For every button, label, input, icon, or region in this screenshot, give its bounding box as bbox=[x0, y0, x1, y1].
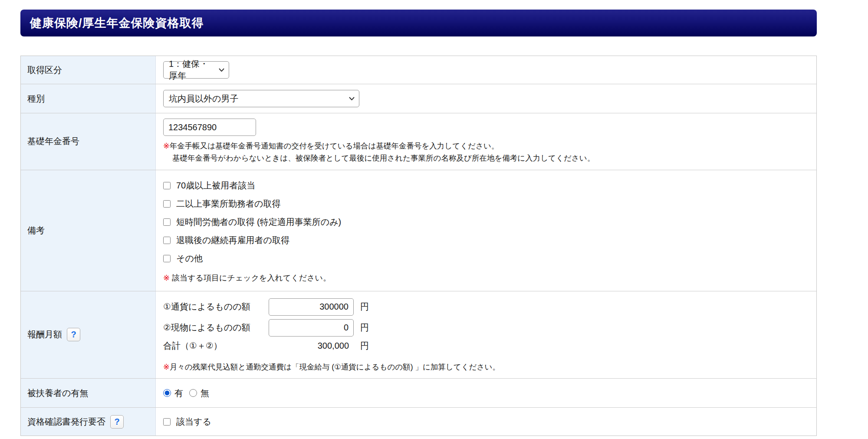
yen-unit: 円 bbox=[360, 301, 369, 313]
form-row-pension-number: 基礎年金番号 ※年金手帳又は基礎年金番号通知書の交付を受けている場合は基礎年金番… bbox=[21, 113, 816, 170]
remarks-checkbox-rehired[interactable]: 退職後の継続再雇用者の取得 bbox=[163, 233, 289, 247]
remarks-label-cell: 備考 bbox=[21, 170, 156, 291]
salary-note: ※月々の残業代見込額と通勤交通費は「現金給与 (①通貨によるものの額) 」に加算… bbox=[163, 361, 500, 373]
checkbox-short-time[interactable] bbox=[163, 218, 171, 226]
salary-currency-line: ①通貨によるものの額 円 bbox=[163, 298, 369, 316]
acquisition-label: 取得区分 bbox=[27, 64, 62, 76]
pension-number-note: ※年金手帳又は基礎年金番号通知書の交付を受けている場合は基礎年金番号を入力してく… bbox=[163, 140, 595, 165]
acquisition-label-cell: 取得区分 bbox=[21, 56, 156, 84]
pension-number-label: 基礎年金番号 bbox=[27, 135, 79, 147]
pension-label-cell: 基礎年金番号 bbox=[21, 113, 156, 170]
checkbox-over70[interactable] bbox=[163, 182, 171, 189]
salary-value-cell: ①通貨によるものの額 円 ②現物によるものの額 円 合計（①＋②） 300,00… bbox=[156, 291, 816, 378]
chevron-down-icon bbox=[349, 97, 355, 100]
radio-no[interactable] bbox=[189, 389, 197, 397]
pension-number-input[interactable] bbox=[163, 119, 256, 136]
yen-unit: 円 bbox=[360, 322, 369, 333]
salary-total-line: 合計（①＋②） 300,000 円 bbox=[163, 340, 369, 352]
page-header: 健康保険/厚生年金保険資格取得 bbox=[20, 10, 817, 36]
form-row-monthly-salary: 報酬月額 ? ①通貨によるものの額 円 ②現物によるものの額 円 合計（①＋②）… bbox=[21, 291, 816, 379]
remarks-checkbox-over70[interactable]: 70歳以上被用者該当 bbox=[163, 178, 255, 192]
salary-help-button[interactable]: ? bbox=[67, 328, 80, 341]
form-row-category: 種別 坑内員以外の男子 bbox=[21, 84, 816, 113]
remarks-checkbox-short-time[interactable]: 短時間労働者の取得 (特定適用事業所のみ) bbox=[163, 215, 341, 229]
certificate-label-cell: 資格確認書発行要否 ? bbox=[21, 408, 156, 436]
certificate-label: 資格確認書発行要否 bbox=[27, 416, 105, 428]
required-mark: ※ bbox=[163, 142, 170, 150]
form-row-dependents: 被扶養者の有無 有 無 bbox=[21, 379, 816, 408]
dependents-radio-group: 有 無 bbox=[163, 387, 209, 399]
certificate-checkbox-item[interactable]: 該当する bbox=[163, 415, 211, 429]
currency-amount-input[interactable] bbox=[269, 298, 354, 316]
chevron-down-icon bbox=[219, 68, 224, 72]
remarks-note: ※ 該当する項目にチェックを入れてください。 bbox=[163, 272, 331, 284]
checkbox-certificate-applicable[interactable] bbox=[163, 418, 171, 426]
total-label: 合計（①＋②） bbox=[163, 340, 269, 352]
checkbox-multi-office[interactable] bbox=[163, 200, 171, 208]
category-label-cell: 種別 bbox=[21, 84, 156, 113]
category-value-cell: 坑内員以外の男子 bbox=[156, 84, 816, 113]
remarks-checkbox-multi-office[interactable]: 二以上事業所勤務者の取得 bbox=[163, 197, 280, 211]
category-selected-value: 坑内員以外の男子 bbox=[169, 93, 238, 105]
radio-yes[interactable] bbox=[163, 389, 171, 397]
yen-unit: 円 bbox=[360, 340, 369, 352]
required-mark: ※ bbox=[163, 274, 170, 282]
total-value: 300,000 bbox=[269, 341, 354, 351]
category-select[interactable]: 坑内員以外の男子 bbox=[163, 90, 359, 107]
remarks-value-cell: 70歳以上被用者該当 二以上事業所勤務者の取得 短時間労働者の取得 (特定適用事… bbox=[156, 170, 816, 291]
acquisition-select[interactable]: 1：健保・厚年 bbox=[163, 61, 229, 79]
monthly-salary-label: 報酬月額 bbox=[27, 329, 62, 340]
form-row-remarks: 備考 70歳以上被用者該当 二以上事業所勤務者の取得 短時間労働者の取得 (特定… bbox=[21, 170, 816, 291]
form-row-certificate: 資格確認書発行要否 ? 該当する bbox=[21, 408, 816, 436]
dependents-radio-yes[interactable]: 有 bbox=[163, 387, 183, 399]
checkbox-other[interactable] bbox=[163, 255, 171, 262]
remarks-label: 備考 bbox=[27, 224, 45, 236]
certificate-help-button[interactable]: ? bbox=[110, 415, 124, 429]
currency-amount-label: ①通貨によるものの額 bbox=[163, 301, 269, 313]
dependents-value-cell: 有 無 bbox=[156, 379, 816, 407]
page-title: 健康保険/厚生年金保険資格取得 bbox=[30, 15, 204, 31]
form-row-acquisition: 取得区分 1：健保・厚年 bbox=[21, 56, 816, 84]
dependents-label-cell: 被扶養者の有無 bbox=[21, 379, 156, 407]
certificate-value-cell: 該当する bbox=[156, 408, 816, 436]
salary-label-cell: 報酬月額 ? bbox=[21, 291, 156, 378]
category-label: 種別 bbox=[27, 93, 45, 105]
acquisition-selected-value: 1：健保・厚年 bbox=[169, 58, 215, 82]
pension-value-cell: ※年金手帳又は基礎年金番号通知書の交付を受けている場合は基礎年金番号を入力してく… bbox=[156, 113, 816, 170]
required-mark: ※ bbox=[163, 363, 170, 371]
acquisition-value-cell: 1：健保・厚年 bbox=[156, 56, 816, 84]
enrollment-form-table: 取得区分 1：健保・厚年 種別 坑内員以外の男子 基 bbox=[20, 56, 817, 436]
inkind-amount-input[interactable] bbox=[269, 319, 354, 337]
inkind-amount-label: ②現物によるものの額 bbox=[163, 322, 269, 333]
remarks-checkbox-other[interactable]: その他 bbox=[163, 251, 203, 265]
dependents-label: 被扶養者の有無 bbox=[27, 387, 88, 399]
dependents-radio-no[interactable]: 無 bbox=[189, 387, 209, 399]
checkbox-rehired[interactable] bbox=[163, 237, 171, 244]
salary-inkind-line: ②現物によるものの額 円 bbox=[163, 319, 369, 337]
